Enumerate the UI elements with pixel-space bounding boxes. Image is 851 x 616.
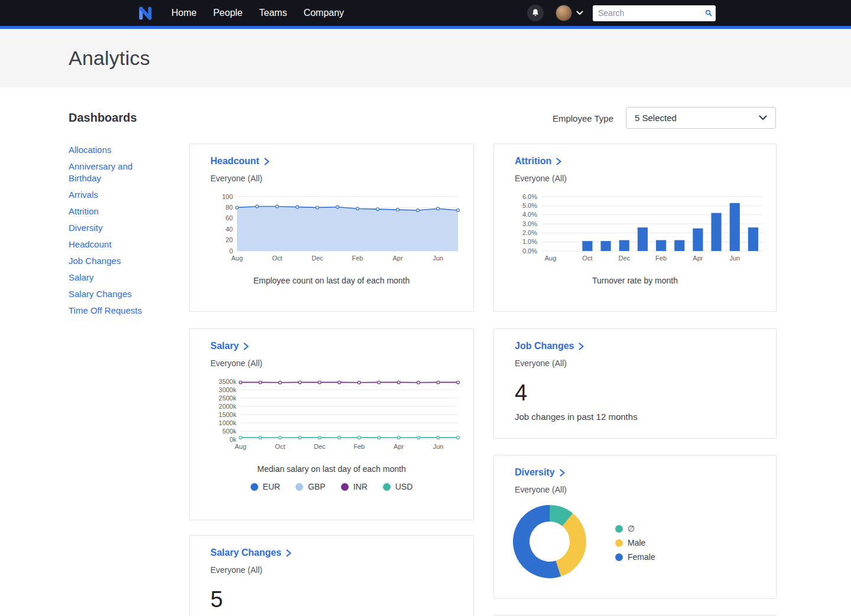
nav-item-company[interactable]: Company <box>295 0 352 26</box>
search-icon[interactable] <box>705 8 712 18</box>
legend-dot-male <box>615 539 623 547</box>
sidebar-item-salary[interactable]: Salary <box>69 272 94 283</box>
chevron-right-icon <box>243 343 249 350</box>
legend-item-male: Male <box>615 536 655 550</box>
svg-text:Oct: Oct <box>275 443 285 450</box>
salary-card-subtitle: Everyone (All) <box>190 351 473 368</box>
diversity-card-link[interactable]: Diversity <box>494 455 776 478</box>
salary-legend: EUR GBP INR USD <box>190 482 473 491</box>
headcount-chart-caption: Employee count on last day of each month <box>190 276 473 285</box>
page-title: Analytics <box>69 47 150 70</box>
svg-text:500k: 500k <box>222 428 236 435</box>
sidebar-item-headcount[interactable]: Headcount <box>69 239 112 250</box>
diversity-donut-chart <box>513 505 586 578</box>
headcount-card-link[interactable]: Headcount <box>190 144 473 167</box>
legend-item-female: Female <box>615 550 655 564</box>
salary-changes-card-subtitle: Everyone (All) <box>190 558 473 575</box>
svg-text:0.0%: 0.0% <box>522 247 537 255</box>
employee-type-value: 5 Selected <box>635 113 759 123</box>
employee-type-dropdown[interactable]: 5 Selected <box>626 107 776 129</box>
salary-card-link[interactable]: Salary <box>190 329 473 351</box>
svg-text:Feb: Feb <box>352 255 363 262</box>
chevron-right-icon <box>559 469 566 477</box>
dashboards-nav: Allocations Anniversary and Birthday Arr… <box>69 144 166 321</box>
diversity-card-title[interactable]: Diversity <box>515 467 555 478</box>
headcount-card-title[interactable]: Headcount <box>210 156 259 167</box>
svg-text:2500k: 2500k <box>219 395 236 402</box>
job-changes-card-title[interactable]: Job Changes <box>515 341 574 351</box>
job-changes-card-link[interactable]: Job Changes <box>494 329 776 351</box>
search-input[interactable] <box>598 8 705 18</box>
namely-logo[interactable] <box>137 4 154 22</box>
svg-text:60: 60 <box>226 214 233 221</box>
svg-text:Apr: Apr <box>392 255 402 262</box>
nav-item-teams[interactable]: Teams <box>251 0 295 26</box>
attrition-card: Attrition Everyone (All) 0.0%1.0%2.0%3.0… <box>493 144 777 312</box>
sidebar-item-job-changes[interactable]: Job Changes <box>69 255 121 267</box>
salary-changes-value: 5 <box>210 588 473 611</box>
job-changes-card: Job Changes Everyone (All) 4 Job changes… <box>493 328 777 439</box>
salary-changes-card-title[interactable]: Salary Changes <box>210 547 281 558</box>
salary-card-title[interactable]: Salary <box>210 341 239 351</box>
sidebar-item-allocations[interactable]: Allocations <box>69 144 112 156</box>
svg-text:1000k: 1000k <box>219 419 236 426</box>
attrition-bar-chart: 0.0%1.0%2.0%3.0%4.0%5.0%6.0%AugOctDecFeb… <box>507 193 767 263</box>
svg-text:6.0%: 6.0% <box>522 193 537 200</box>
headcount-card: Headcount Everyone (All) 020406080100Aug… <box>189 144 474 312</box>
sidebar-item-anniversary-and-birthday[interactable]: Anniversary and Birthday <box>69 161 166 184</box>
bell-icon <box>531 8 540 18</box>
legend-label-inr: INR <box>353 482 368 491</box>
svg-text:Dec: Dec <box>618 255 630 262</box>
svg-text:Aug: Aug <box>545 255 557 262</box>
headcount-card-subtitle: Everyone (All) <box>190 167 473 183</box>
attrition-card-title[interactable]: Attrition <box>515 156 551 167</box>
legend-item-usd: USD <box>383 482 413 491</box>
primary-nav: Home People Teams Company <box>163 0 352 26</box>
sidebar-item-diversity[interactable]: Diversity <box>69 222 103 234</box>
svg-text:80: 80 <box>226 204 233 211</box>
chevron-right-icon <box>264 158 270 165</box>
sidebar-item-salary-changes[interactable]: Salary Changes <box>69 288 132 300</box>
attrition-chart-caption: Turnover rate by month <box>494 276 776 285</box>
legend-label-usd: USD <box>395 482 413 491</box>
salary-changes-card-link[interactable]: Salary Changes <box>190 536 473 558</box>
svg-text:1.0%: 1.0% <box>522 238 537 245</box>
notifications-button[interactable] <box>527 5 544 21</box>
svg-text:2000k: 2000k <box>219 403 236 410</box>
search-box <box>593 5 716 21</box>
main-content: Dashboards Allocations Anniversary and B… <box>0 87 851 616</box>
avatar[interactable] <box>556 5 572 21</box>
svg-text:40: 40 <box>226 226 233 233</box>
nav-item-home[interactable]: Home <box>163 0 205 26</box>
sidebar-item-time-off-requests[interactable]: Time Off Requests <box>69 305 142 317</box>
salary-chart-caption: Median salary on last day of each month <box>190 464 473 474</box>
svg-text:Feb: Feb <box>655 255 667 262</box>
nav-item-people[interactable]: People <box>205 0 251 26</box>
sidebar-item-attrition[interactable]: Attrition <box>69 206 99 217</box>
svg-text:Feb: Feb <box>353 443 365 450</box>
svg-text:Oct: Oct <box>582 255 592 262</box>
chevron-right-icon <box>556 158 562 165</box>
legend-item-inr: INR <box>341 482 368 491</box>
avatar-menu-chevron[interactable] <box>576 11 583 15</box>
svg-text:Apr: Apr <box>394 443 404 450</box>
salary-changes-card: Salary Changes Everyone (All) 5 <box>189 535 474 616</box>
diversity-legend: ∅ Male Female <box>615 522 655 564</box>
svg-text:0: 0 <box>229 247 233 255</box>
navbar-right-group <box>527 0 716 26</box>
svg-text:5.0%: 5.0% <box>522 202 537 209</box>
svg-text:4.0%: 4.0% <box>522 211 537 218</box>
legend-dot-eur <box>251 483 258 491</box>
svg-text:3000k: 3000k <box>219 386 236 393</box>
svg-text:Apr: Apr <box>693 255 703 262</box>
legend-label-eur: EUR <box>263 482 281 491</box>
diversity-card-subtitle: Everyone (All) <box>494 478 776 494</box>
dashboards-heading: Dashboards <box>69 111 137 125</box>
svg-text:2.0%: 2.0% <box>522 229 537 236</box>
legend-dot-null <box>615 525 623 533</box>
legend-label-gbp: GBP <box>308 482 326 491</box>
sidebar-item-arrivals[interactable]: Arrivals <box>69 189 98 201</box>
attrition-card-link[interactable]: Attrition <box>494 144 776 167</box>
chevron-right-icon <box>285 549 292 557</box>
legend-dot-usd <box>383 483 391 491</box>
